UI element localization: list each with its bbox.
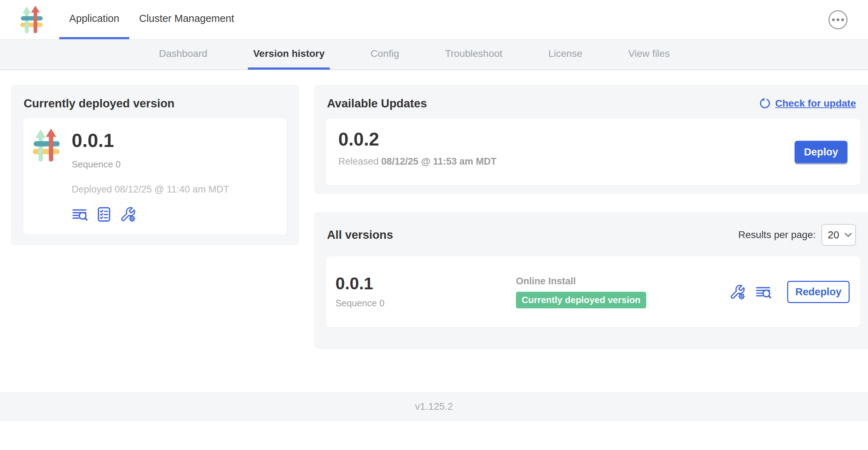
deployed-sequence: Sequence 0 bbox=[72, 159, 229, 170]
version-row: 0.0.1 Sequence 0 Online Install Currentl… bbox=[326, 256, 860, 327]
currently-deployed-badge: Currently deployed version bbox=[516, 292, 646, 308]
row-sequence: Sequence 0 bbox=[335, 298, 516, 309]
footer: v1.125.2 bbox=[0, 392, 868, 421]
deploy-button[interactable]: Deploy bbox=[795, 141, 848, 163]
top-header: Application Cluster Management bbox=[0, 0, 868, 40]
preflight-checks-icon[interactable] bbox=[96, 206, 112, 223]
row-version-number: 0.0.1 bbox=[335, 275, 516, 292]
currently-deployed-title: Currently deployed version bbox=[24, 97, 174, 110]
tab-view-files[interactable]: View files bbox=[623, 40, 675, 70]
tab-cluster-management[interactable]: Cluster Management bbox=[129, 0, 244, 39]
header-tabs: Application Cluster Management bbox=[59, 0, 244, 39]
check-for-update-label: Check for update bbox=[775, 98, 856, 109]
edit-config-icon[interactable] bbox=[120, 206, 136, 223]
check-for-update-link[interactable]: Check for update bbox=[758, 97, 856, 110]
header-spacer bbox=[244, 0, 828, 39]
refresh-icon bbox=[758, 97, 771, 110]
tab-version-history[interactable]: Version history bbox=[248, 40, 330, 70]
edit-config-icon[interactable] bbox=[729, 284, 745, 300]
app-window: Application Cluster Management Dashboard… bbox=[0, 0, 868, 450]
deployed-version-details: 0.0.1 Sequence 0 Deployed 08/12/25 @ 11:… bbox=[72, 128, 229, 235]
deployed-version-number: 0.0.1 bbox=[72, 131, 229, 150]
version-row-actions: Redeploy bbox=[729, 281, 850, 303]
app-logo-icon bbox=[32, 129, 60, 162]
results-per-page-select[interactable]: 20 bbox=[821, 224, 856, 246]
currently-deployed-panel: Currently deployed version 0.0.1 Sequenc… bbox=[11, 85, 299, 245]
app-logo-icon bbox=[20, 6, 43, 34]
available-updates-title: Available Updates bbox=[327, 97, 427, 110]
app-subnav: Dashboard Version history Config Trouble… bbox=[0, 40, 868, 70]
tab-config[interactable]: Config bbox=[365, 40, 404, 70]
install-type-label: Online Install bbox=[516, 276, 729, 287]
update-row: 0.0.2 Released 08/12/25 @ 11:53 am MDT D… bbox=[326, 119, 860, 185]
ellipsis-menu-button[interactable] bbox=[828, 10, 848, 29]
tab-application[interactable]: Application bbox=[59, 0, 129, 39]
results-per-page: Results per page: 20 bbox=[738, 224, 856, 246]
results-per-page-label: Results per page: bbox=[738, 229, 816, 241]
tab-troubleshoot[interactable]: Troubleshoot bbox=[440, 40, 507, 70]
deployed-actions bbox=[72, 206, 229, 223]
deployed-timestamp: Deployed 08/12/25 @ 11:40 am MDT bbox=[72, 184, 229, 195]
deployed-version-card: 0.0.1 Sequence 0 Deployed 08/12/25 @ 11:… bbox=[23, 118, 287, 235]
update-released-timestamp: Released 08/12/25 @ 11:53 am MDT bbox=[338, 156, 860, 167]
tab-dashboard[interactable]: Dashboard bbox=[154, 40, 213, 70]
main-content: Currently deployed version 0.0.1 Sequenc… bbox=[0, 70, 868, 421]
redeploy-button[interactable]: Redeploy bbox=[787, 281, 850, 303]
console-version: v1.125.2 bbox=[415, 401, 453, 412]
all-versions-header: All versions Results per page: 20 bbox=[314, 212, 868, 246]
all-versions-title: All versions bbox=[327, 228, 393, 242]
view-logs-icon[interactable] bbox=[755, 284, 772, 300]
available-updates-header: Available Updates Check for update bbox=[314, 85, 868, 110]
version-row-info: 0.0.1 Sequence 0 bbox=[335, 275, 516, 309]
currently-deployed-header: Currently deployed version bbox=[11, 85, 299, 110]
tab-license[interactable]: License bbox=[543, 40, 588, 70]
all-versions-panel: All versions Results per page: 20 0. bbox=[314, 212, 868, 349]
update-version-number: 0.0.2 bbox=[338, 130, 860, 148]
view-logs-icon[interactable] bbox=[72, 206, 88, 223]
available-updates-panel: Available Updates Check for update 0.0.2… bbox=[314, 85, 868, 194]
version-row-status: Online Install Currently deployed versio… bbox=[516, 276, 729, 308]
